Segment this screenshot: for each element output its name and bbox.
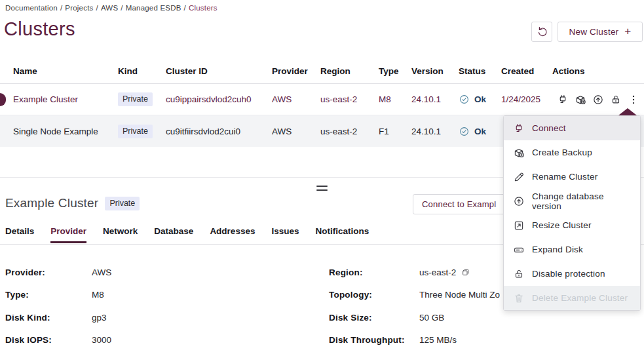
splitter-drag-handle[interactable] [316,186,328,193]
tab-details[interactable]: Details [5,226,34,243]
breadcrumb-item-clusters[interactable]: Clusters [189,4,218,12]
kind-badge: Private [118,125,153,138]
tab-provider[interactable]: Provider [50,226,86,243]
cell-name: Example Cluster [13,94,118,104]
cell-region: us-east-2 [320,127,379,136]
new-cluster-label: New Cluster [569,27,619,37]
create-backup-icon[interactable] [575,94,586,106]
breadcrumb-separator: / [184,4,186,12]
unlock-icon [513,268,525,280]
copy-icon[interactable] [461,267,470,277]
col-header-cluster-id: Cluster ID [166,66,272,76]
page-title: Clusters [4,18,75,40]
refresh-icon [536,25,548,39]
cell-cluster-id: cu9ippairsdvlod2cuh0 [166,94,272,104]
menu-item-connect[interactable]: Connect [504,116,640,140]
col-header-provider: Provider [272,66,320,76]
breadcrumb: Documentation/Projects/AWS/Managed ESDB/… [5,4,218,12]
provider-fields-left: Provider: AWS Type: M8 Disk Kind: gp3 Di… [5,261,313,351]
cell-name: Single Node Example [13,127,118,136]
arrow-up-circle-icon [513,195,525,207]
cell-version: 24.10.1 [411,94,459,104]
kind-badge: Private [118,92,153,106]
menu-item-disable-protection[interactable]: Disable protection [504,262,640,286]
tab-addresses[interactable]: Addresses [210,226,255,243]
breadcrumb-item-managed-esdb[interactable]: Managed ESDB [126,4,181,12]
detail-header: Example Cluster Private [5,196,140,210]
refresh-button[interactable] [531,22,552,42]
breadcrumb-item-documentation[interactable]: Documentation [5,4,58,12]
cell-version: 24.10.1 [411,127,459,136]
resize-icon [513,220,525,231]
col-header-version: Version [411,66,459,76]
new-cluster-button[interactable]: New Cluster + [558,22,643,42]
cell-provider: AWS [272,94,320,104]
upgrade-version-icon[interactable] [592,94,604,106]
status-ok-icon [459,126,470,137]
col-header-name: Name [13,66,118,76]
kebab-menu-icon[interactable] [628,94,639,106]
menu-caret [618,108,637,115]
detail-kind-badge: Private [105,197,140,210]
menu-item-rename-cluster[interactable]: Rename Cluster [504,165,640,189]
cell-created: 1/24/2025 [501,94,552,104]
col-header-type: Type [379,66,411,76]
col-header-kind: Kind [118,66,166,76]
disk-icon [513,244,525,256]
protection-lock-icon[interactable] [610,94,622,106]
cell-cluster-id: cu9itfiirsdvlod2cui0 [166,127,272,136]
tab-issues[interactable]: Issues [271,226,299,243]
tab-notifications[interactable]: Notifications [315,226,369,243]
tab-network[interactable]: Network [103,226,138,243]
plug-icon [513,123,525,134]
field-disk-throughput: Disk Throughput: 125 MB/s [329,329,637,352]
menu-item-delete-cluster: Delete Example Cluster [504,286,640,310]
breadcrumb-item-aws[interactable]: AWS [101,4,118,12]
selected-row-marker [0,93,6,106]
status-text: Ok [474,94,486,104]
table-row-example-cluster[interactable]: Example Cluster Private cu9ippairsdvlod2… [0,84,644,115]
tab-database[interactable]: Database [154,226,193,243]
menu-item-resize-cluster[interactable]: Resize Cluster [504,213,640,237]
detail-title: Example Cluster [5,196,98,210]
menu-item-change-database-version[interactable]: Change database version [504,189,640,213]
pencil-icon [513,171,525,183]
cell-type: M8 [379,94,411,104]
cell-type: F1 [379,127,411,136]
connect-to-cluster-label: Connect to Exampl [422,199,496,209]
cell-region: us-east-2 [320,94,379,104]
backup-box-icon [513,147,525,159]
field-provider: Provider: AWS [5,261,313,284]
connect-plug-icon[interactable] [557,94,569,106]
status-ok-icon [459,94,470,105]
menu-item-create-backup[interactable]: Create Backup [504,140,640,165]
col-header-region: Region [320,66,379,76]
trash-icon [513,292,525,304]
field-type: Type: M8 [5,284,313,307]
col-header-created: Created [501,66,552,76]
field-disk-iops: Disk IOPS: 3000 [5,329,313,352]
clusters-page: Documentation/Projects/AWS/Managed ESDB/… [0,0,644,356]
row-actions-menu: Connect Create Backup Rename Cluster Cha… [503,115,641,311]
col-header-actions: Actions [552,66,644,76]
table-header-row: Name Kind Cluster ID Provider Region Typ… [0,59,644,84]
breadcrumb-item-projects[interactable]: Projects [65,4,93,12]
breadcrumb-separator: / [96,4,98,12]
breadcrumb-separator: / [60,4,62,12]
field-disk-kind: Disk Kind: gp3 [5,306,313,329]
breadcrumb-separator: / [121,4,123,12]
status-text: Ok [474,127,486,136]
menu-item-expand-disk[interactable]: Expand Disk [504,237,640,262]
cell-provider: AWS [272,127,320,136]
plus-icon: + [624,25,631,38]
row-actions [552,94,644,106]
col-header-status: Status [459,66,501,76]
detail-tabs: Details Provider Network Database Addres… [5,226,369,243]
